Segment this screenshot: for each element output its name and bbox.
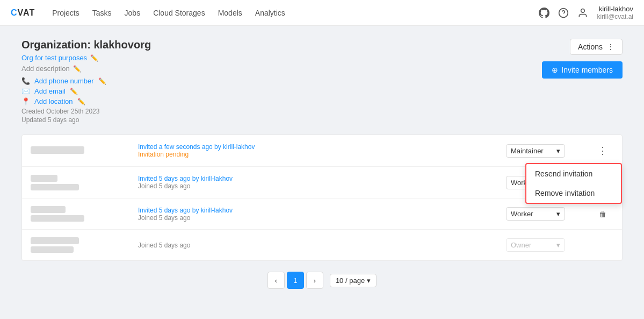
add-email-row[interactable]: ✉️ Add email ✏️ bbox=[21, 87, 542, 95]
edit-location-icon[interactable]: ✏️ bbox=[77, 98, 85, 105]
org-info: Organization: klakhovorg Org for test pu… bbox=[21, 39, 542, 124]
top-section: Organization: klakhovorg Org for test pu… bbox=[21, 39, 623, 124]
actions-button[interactable]: Actions ⋮ bbox=[570, 39, 623, 55]
add-location-text: Add location bbox=[34, 97, 73, 105]
table-row: Invited a few seconds ago by kirill-lakh… bbox=[22, 135, 622, 167]
delete-member-button[interactable]: 🗑 bbox=[597, 208, 609, 221]
page-title: Organization: klakhovorg bbox=[21, 39, 542, 51]
member-info-col: Joined 5 days ago bbox=[138, 242, 506, 249]
add-phone-row[interactable]: 📞 Add phone number ✏️ bbox=[21, 77, 542, 85]
resend-invitation-item[interactable]: Resend invitation bbox=[526, 164, 621, 183]
member-name-col bbox=[31, 175, 138, 190]
member-role-col: Maintainer ▾ bbox=[506, 144, 592, 158]
add-description-row[interactable]: Add description ✏️ bbox=[21, 65, 81, 73]
help-icon[interactable] bbox=[558, 8, 569, 18]
nav-analytics[interactable]: Analytics bbox=[255, 9, 285, 17]
user-info: kirill-lakhov kirill@cvat.ai bbox=[597, 5, 633, 20]
chevron-down-icon: ▾ bbox=[556, 210, 560, 218]
header-right: kirill-lakhov kirill@cvat.ai bbox=[539, 5, 633, 20]
page-1-button[interactable]: 1 bbox=[287, 272, 304, 289]
page-size-selector[interactable]: 10 / page ▾ bbox=[330, 274, 377, 287]
header: CVAT Projects Tasks Jobs Cloud Storages … bbox=[0, 0, 644, 26]
add-description-text: Add description bbox=[21, 65, 70, 73]
member-name-col bbox=[31, 206, 138, 222]
member-info-col: Invited 5 days ago by kirill-lakhov Join… bbox=[138, 207, 506, 222]
member-status: Joined 5 days ago bbox=[138, 214, 506, 222]
prev-page-button[interactable]: ‹ bbox=[267, 272, 285, 289]
add-email-text: Add email bbox=[34, 87, 66, 95]
role-select: Owner ▾ bbox=[506, 238, 565, 252]
member-status: Joined 5 days ago bbox=[138, 242, 506, 249]
member-dropdown-menu: Resend invitation Remove invitation bbox=[525, 163, 622, 204]
nav-tasks[interactable]: Tasks bbox=[92, 9, 112, 17]
actions-button-label: Actions bbox=[578, 42, 603, 51]
add-location-row[interactable]: 📍 Add location ✏️ bbox=[21, 97, 542, 105]
actions-dots-icon: ⋮ bbox=[607, 42, 614, 51]
edit-desc-icon[interactable]: ✏️ bbox=[73, 65, 81, 73]
invite-plus-icon: ⊕ bbox=[552, 66, 558, 74]
member-status: Invitation pending bbox=[138, 151, 506, 158]
location-icon: 📍 bbox=[21, 97, 30, 105]
member-action-col: 🗑 bbox=[592, 208, 613, 221]
members-table: Invited a few seconds ago by kirill-lakh… bbox=[21, 134, 623, 261]
github-icon[interactable] bbox=[539, 8, 549, 18]
role-label: Maintainer bbox=[511, 147, 544, 155]
member-status: Joined 5 days ago bbox=[138, 182, 506, 190]
pagination: ‹ 1 › 10 / page ▾ bbox=[21, 272, 623, 293]
updated-text: Updated 5 days ago bbox=[21, 116, 542, 124]
main-content: Organization: klakhovorg Org for test pu… bbox=[0, 26, 644, 306]
member-username bbox=[31, 146, 84, 154]
edit-email-icon[interactable]: ✏️ bbox=[70, 88, 78, 95]
nav-cloud-storages[interactable]: Cloud Storages bbox=[153, 9, 205, 17]
page-size-label: 10 / page bbox=[336, 277, 365, 285]
edit-subtitle-icon[interactable]: ✏️ bbox=[90, 54, 98, 62]
member-invited-text: Invited 5 days ago by kirill-lakhov bbox=[138, 175, 506, 182]
member-role-col: Owner ▾ bbox=[506, 238, 592, 252]
username: kirill-lakhov bbox=[599, 5, 633, 13]
member-invited-text: Invited 5 days ago by kirill-lakhov bbox=[138, 207, 506, 214]
add-phone-text: Add phone number bbox=[34, 77, 94, 85]
nav-models[interactable]: Models bbox=[218, 9, 242, 17]
chevron-down-icon: ▾ bbox=[556, 147, 560, 155]
member-info-col: Invited a few seconds ago by kirill-lakh… bbox=[138, 143, 506, 158]
member-info-col: Invited 5 days ago by kirill-lakhov Join… bbox=[138, 175, 506, 190]
role-label: Worker bbox=[511, 210, 533, 218]
nav-projects[interactable]: Projects bbox=[52, 9, 79, 17]
member-action-col: ⋮ bbox=[592, 143, 613, 159]
invite-button-label: Invite members bbox=[561, 66, 613, 74]
member-dots-button[interactable]: ⋮ bbox=[596, 143, 610, 159]
svg-point-2 bbox=[581, 9, 585, 12]
member-invited-text: Invited a few seconds ago by kirill-lakh… bbox=[138, 143, 506, 151]
role-select[interactable]: Maintainer ▾ bbox=[506, 144, 565, 158]
top-right-actions: Actions ⋮ ⊕ Invite members bbox=[542, 39, 623, 79]
subtitle-text: Org for test purposes bbox=[21, 54, 87, 62]
main-nav: Projects Tasks Jobs Cloud Storages Model… bbox=[52, 9, 539, 17]
member-role-col: Worker ▾ bbox=[506, 207, 592, 221]
invite-members-button[interactable]: ⊕ Invite members bbox=[542, 61, 623, 79]
next-page-button[interactable]: › bbox=[306, 272, 323, 289]
user-email: kirill@cvat.ai bbox=[597, 13, 633, 20]
table-row: Joined 5 days ago Owner ▾ bbox=[22, 230, 622, 260]
member-name-col bbox=[31, 237, 138, 253]
created-text: Created October 25th 2023 bbox=[21, 108, 542, 115]
role-label: Owner bbox=[511, 241, 531, 249]
role-select[interactable]: Worker ▾ bbox=[506, 207, 565, 221]
email-icon: ✉️ bbox=[21, 87, 30, 95]
nav-jobs[interactable]: Jobs bbox=[125, 9, 141, 17]
logo[interactable]: CVAT bbox=[11, 8, 35, 18]
user-icon[interactable] bbox=[577, 8, 588, 18]
member-name-col bbox=[31, 146, 138, 155]
remove-invitation-item[interactable]: Remove invitation bbox=[526, 183, 621, 203]
page-size-chevron: ▾ bbox=[367, 277, 371, 285]
phone-icon: 📞 bbox=[21, 77, 30, 85]
edit-phone-icon[interactable]: ✏️ bbox=[98, 77, 106, 85]
chevron-down-icon: ▾ bbox=[556, 241, 560, 249]
org-subtitle[interactable]: Org for test purposes ✏️ bbox=[21, 54, 98, 62]
